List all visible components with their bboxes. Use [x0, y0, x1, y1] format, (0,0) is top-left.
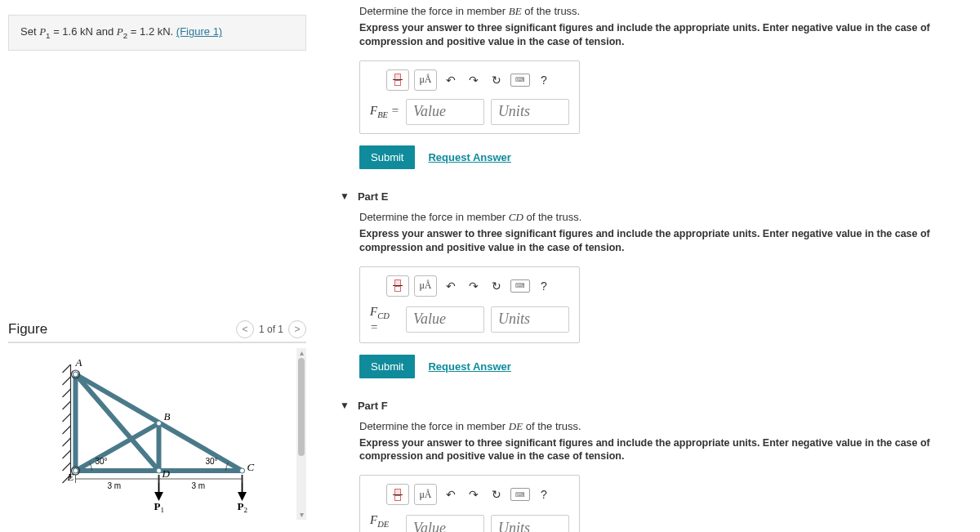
- svg-line-8: [63, 450, 71, 458]
- truss-figure: A B C D E 30° 30° 3 m 3 m: [8, 348, 296, 520]
- svg-text:C: C: [247, 461, 255, 473]
- partE-variable: FCD =: [370, 305, 399, 334]
- partD-units-input[interactable]: [491, 99, 569, 125]
- help-icon[interactable]: ?: [535, 71, 553, 89]
- partE-answer-box: μÅ ↶ ↷ ↻ ⌨ ? FCD =: [359, 266, 580, 343]
- given-values: Set P1 = 1.6 kN and P2 = 1.2 kN. (Figure…: [8, 15, 306, 51]
- redo-icon[interactable]: ↷: [465, 485, 483, 503]
- svg-line-9: [63, 463, 71, 471]
- undo-icon[interactable]: ↶: [442, 277, 460, 295]
- partD-value-input[interactable]: [406, 99, 484, 125]
- svg-text:3 m: 3 m: [192, 481, 206, 490]
- partD-toolbar: μÅ ↶ ↷ ↻ ⌨ ?: [370, 69, 569, 91]
- svg-line-5: [63, 414, 71, 422]
- svg-point-21: [240, 468, 245, 473]
- fraction-icon[interactable]: [386, 69, 409, 91]
- svg-text:30°: 30°: [96, 457, 108, 466]
- svg-text:A: A: [75, 356, 82, 369]
- svg-text:P2: P2: [238, 500, 247, 514]
- fraction-icon[interactable]: [386, 275, 409, 297]
- svg-text:E: E: [67, 471, 74, 483]
- partE-value-input[interactable]: [406, 306, 484, 333]
- redo-icon[interactable]: ↷: [465, 71, 483, 89]
- svg-line-15: [76, 423, 159, 471]
- svg-point-17: [74, 372, 78, 377]
- given-dot: .: [171, 25, 176, 38]
- partF-header[interactable]: ▼ Part F: [340, 400, 972, 412]
- collapse-icon[interactable]: ▼: [340, 400, 350, 411]
- svg-text:3 m: 3 m: [108, 481, 122, 490]
- keyboard-icon[interactable]: ⌨: [510, 279, 530, 293]
- partE-header[interactable]: ▼ Part E: [340, 190, 972, 203]
- figure-link[interactable]: (Figure 1): [176, 25, 222, 38]
- special-chars-button[interactable]: μÅ: [414, 275, 437, 297]
- svg-line-4: [63, 401, 71, 409]
- pager-prev[interactable]: <: [236, 320, 254, 338]
- figure-scrollbar[interactable]: ▴ ▾: [296, 348, 306, 520]
- pager-count: 1 of 1: [259, 324, 283, 335]
- reset-icon[interactable]: ↻: [488, 277, 506, 295]
- svg-marker-27: [239, 493, 246, 499]
- collapse-icon[interactable]: ▼: [340, 190, 350, 202]
- fraction-icon[interactable]: [386, 484, 409, 505]
- help-icon[interactable]: ?: [535, 485, 553, 503]
- partF-answer-box: μÅ ↶ ↷ ↻ ⌨ ? FDE =: [359, 475, 580, 532]
- pager-next[interactable]: >: [288, 320, 306, 338]
- svg-text:30°: 30°: [206, 457, 218, 466]
- partF-variable: FDE =: [370, 513, 399, 532]
- partD-answer-box: μÅ ↶ ↷ ↻ ⌨ ? FBE =: [359, 60, 580, 134]
- svg-marker-25: [156, 493, 163, 499]
- scroll-up-icon[interactable]: ▴: [300, 348, 304, 358]
- partD-prompt: Determine the force in member BE of the …: [359, 5, 972, 18]
- undo-icon[interactable]: ↶: [442, 485, 460, 503]
- svg-line-1: [63, 364, 71, 373]
- partF-toolbar: μÅ ↶ ↷ ↻ ⌨ ?: [370, 484, 569, 505]
- p1-val: = 1.6 kN: [51, 25, 93, 38]
- svg-line-14: [76, 374, 159, 471]
- svg-point-20: [157, 468, 162, 473]
- partE-toolbar: μÅ ↶ ↷ ↻ ⌨ ?: [370, 275, 569, 297]
- given-prefix: Set: [20, 25, 39, 38]
- svg-text:B: B: [164, 410, 171, 422]
- undo-icon[interactable]: ↶: [442, 71, 460, 89]
- partE-prompt: Determine the force in member CD of the …: [359, 211, 972, 224]
- partF-units-input[interactable]: [491, 515, 569, 532]
- figure-pager: < 1 of 1 >: [236, 320, 306, 338]
- scroll-thumb[interactable]: [298, 358, 305, 456]
- special-chars-button[interactable]: μÅ: [414, 69, 437, 91]
- svg-point-19: [157, 421, 162, 426]
- partD-instructions: Express your answer to three significant…: [359, 21, 972, 49]
- figure-title: Figure: [8, 321, 47, 338]
- reset-icon[interactable]: ↻: [488, 485, 506, 503]
- p1-var: P: [39, 25, 46, 38]
- partD-variable: FBE =: [370, 104, 399, 119]
- partD-request-answer[interactable]: Request Answer: [428, 151, 510, 163]
- partE-request-answer[interactable]: Request Answer: [428, 360, 510, 373]
- svg-line-3: [63, 389, 71, 397]
- partF-instructions: Express your answer to three significant…: [359, 436, 972, 464]
- svg-text:P1: P1: [154, 500, 164, 514]
- svg-line-6: [63, 426, 71, 434]
- scroll-down-icon[interactable]: ▾: [300, 510, 304, 520]
- p2-val: = 1.2 kN: [127, 25, 170, 38]
- special-chars-button[interactable]: μÅ: [414, 484, 437, 505]
- partD-submit-button[interactable]: Submit: [359, 145, 415, 169]
- partE-instructions: Express your answer to three significant…: [359, 227, 972, 255]
- svg-line-2: [63, 377, 71, 385]
- p2-var: P: [117, 25, 123, 38]
- partF-value-input[interactable]: [406, 515, 484, 532]
- partE-units-input[interactable]: [491, 306, 569, 333]
- keyboard-icon[interactable]: ⌨: [510, 74, 530, 87]
- reset-icon[interactable]: ↻: [488, 71, 506, 89]
- redo-icon[interactable]: ↷: [465, 277, 483, 295]
- keyboard-icon[interactable]: ⌨: [510, 488, 530, 501]
- given-and: and: [93, 25, 117, 38]
- svg-line-7: [63, 438, 71, 446]
- partF-prompt: Determine the force in member DE of the …: [359, 420, 972, 433]
- help-icon[interactable]: ?: [535, 277, 553, 295]
- svg-text:D: D: [162, 467, 171, 480]
- partE-submit-button[interactable]: Submit: [359, 355, 415, 378]
